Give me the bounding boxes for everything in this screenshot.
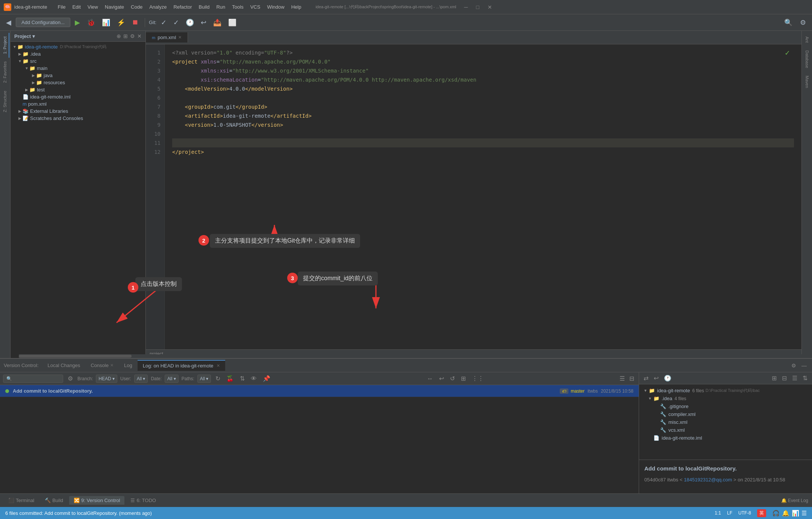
file-compiler-xml[interactable]: 🔧 compiler.xml bbox=[641, 410, 810, 418]
panel-settings-button[interactable]: ⚙ bbox=[130, 33, 135, 39]
file-tree-idea[interactable]: ▼ 📁 .idea 4 files bbox=[641, 395, 810, 402]
paths-filter[interactable]: All ▾ bbox=[197, 375, 211, 383]
filter-button[interactable]: ⊟ bbox=[628, 374, 636, 383]
file-iml[interactable]: 📄 idea-git-remote.iml bbox=[641, 434, 810, 442]
redo-button[interactable]: ↺ bbox=[448, 374, 456, 383]
commit-item-1[interactable]: Add commit to localGitRepository. 🏷 mast… bbox=[0, 385, 639, 397]
maximize-button[interactable]: □ bbox=[474, 3, 481, 11]
event-log-link[interactable]: 🔔 Event Log bbox=[781, 498, 808, 503]
vc-undo-button[interactable]: ↩ bbox=[652, 374, 660, 382]
git-commit-button[interactable]: ✓ bbox=[171, 17, 181, 28]
commit-email-link[interactable]: 1845192312@qq.com bbox=[684, 477, 732, 483]
git-fetch-button[interactable]: ⬜ bbox=[226, 17, 239, 28]
build-tab[interactable]: 🔨 Build bbox=[40, 496, 68, 505]
file-vcs-xml[interactable]: 🔧 vcs.xml bbox=[641, 426, 810, 434]
vc-settings-button[interactable]: ⚙ bbox=[790, 362, 798, 369]
vc-close-button[interactable]: — bbox=[800, 362, 808, 369]
git-update-button[interactable]: ✓ bbox=[159, 17, 169, 28]
right-tab-database[interactable]: Database bbox=[803, 47, 811, 72]
tree-scratches[interactable]: ▶ 📝 Scratches and Consoles bbox=[11, 115, 145, 122]
terminal-tab[interactable]: ⬛ Terminal bbox=[4, 496, 39, 505]
status-lang[interactable]: 英 bbox=[757, 509, 766, 517]
vc-settings-btn[interactable]: ⚙ bbox=[66, 374, 74, 383]
pin-button[interactable]: 📌 bbox=[261, 374, 272, 383]
expand-button[interactable]: ↔ bbox=[426, 375, 435, 383]
git-history-button[interactable]: 🕐 bbox=[183, 17, 196, 28]
sidebar-tab-structure[interactable]: Z: Structure bbox=[1, 87, 9, 116]
menu-window[interactable]: Window bbox=[264, 3, 287, 11]
expand-all-button[interactable]: ⊞ bbox=[123, 33, 128, 39]
refresh-button[interactable]: ↻ bbox=[214, 374, 222, 383]
file-tree-root[interactable]: ▼ 📁 idea-git-remote 6 files D:\Practical… bbox=[641, 387, 810, 395]
back-button[interactable]: ◀ bbox=[4, 17, 14, 28]
tree-external-libs[interactable]: ▶ 📚 External Libraries bbox=[11, 108, 145, 115]
debug-button[interactable]: 🐞 bbox=[85, 17, 97, 28]
file-misc-xml[interactable]: 🔧 misc.xml bbox=[641, 418, 810, 426]
add-configuration-button[interactable]: Add Configuration... bbox=[16, 18, 70, 27]
stop-button[interactable]: ⏹ bbox=[130, 17, 141, 28]
tab-log[interactable]: Log bbox=[119, 360, 138, 370]
file-gitignore[interactable]: 🔧 .gitignore bbox=[641, 402, 810, 410]
vc-clock-button[interactable]: 🕐 bbox=[662, 374, 673, 382]
settings-button[interactable]: ⚙ bbox=[798, 17, 808, 28]
filter-right-button[interactable]: ☰ bbox=[791, 374, 799, 382]
tab-log-head[interactable]: Log: on HEAD in idea-git-remote ✕ bbox=[138, 360, 225, 371]
tree-src-folder[interactable]: ▼ 📁 src bbox=[11, 58, 145, 65]
expand-right-button[interactable]: ⊞ bbox=[770, 374, 778, 382]
minimize-button[interactable]: ─ bbox=[462, 3, 470, 11]
sort-right-button[interactable]: ⇅ bbox=[801, 374, 809, 382]
version-control-tab[interactable]: 🔀 9: Version Control bbox=[69, 496, 124, 505]
menu-run[interactable]: Run bbox=[213, 3, 228, 11]
close-button[interactable]: ✕ bbox=[485, 3, 494, 11]
more-button[interactable]: ⋮⋮ bbox=[470, 374, 485, 383]
menu-file[interactable]: File bbox=[55, 3, 68, 11]
git-rollback-button[interactable]: ↩ bbox=[198, 17, 209, 28]
run-with-coverage-button[interactable]: 📊 bbox=[100, 17, 112, 28]
menu-analyze[interactable]: Analyze bbox=[146, 3, 170, 11]
locate-file-button[interactable]: ⊕ bbox=[117, 33, 121, 39]
right-tab-maven[interactable]: Maven bbox=[803, 72, 811, 92]
run-button[interactable]: ▶ bbox=[73, 17, 82, 28]
todo-tab[interactable]: ☰ 6: TODO bbox=[126, 496, 161, 505]
status-line-ending[interactable]: LF bbox=[727, 510, 732, 516]
right-tab-ant[interactable]: Ant bbox=[803, 33, 811, 47]
undo-button[interactable]: ↩ bbox=[438, 374, 445, 383]
tab-console[interactable]: Console ✕ bbox=[85, 360, 119, 370]
menu-edit[interactable]: Edit bbox=[69, 3, 83, 11]
panel-close-button[interactable]: ✕ bbox=[137, 33, 142, 39]
editor-scrollbar[interactable] bbox=[19, 354, 812, 358]
eye-button[interactable]: 👁 bbox=[249, 375, 258, 383]
code-content[interactable]: <?xml version="1.0" encoding="UTF-8"?> <… bbox=[165, 44, 801, 349]
cherry-pick-button[interactable]: 🍒 bbox=[225, 374, 235, 383]
tree-java-folder[interactable]: ▶ 📁 java bbox=[11, 72, 145, 79]
layout-right-button[interactable]: ⊟ bbox=[780, 374, 788, 382]
menu-refactor[interactable]: Refactor bbox=[170, 3, 195, 11]
menu-navigate[interactable]: Navigate bbox=[102, 3, 127, 11]
tree-test-folder[interactable]: ▶ 📁 test bbox=[11, 86, 145, 93]
console-tab-close[interactable]: ✕ bbox=[110, 363, 114, 368]
branch-filter[interactable]: HEAD ▾ bbox=[96, 375, 117, 383]
git-push-button[interactable]: 📤 bbox=[211, 17, 224, 28]
menu-help[interactable]: Help bbox=[288, 3, 304, 11]
menu-vcs[interactable]: VCS bbox=[247, 3, 264, 11]
vc-search-input[interactable] bbox=[3, 375, 63, 383]
tree-root[interactable]: ▼ 📁 idea-git-remote D:\Practical Trainin… bbox=[11, 43, 145, 50]
tree-main-folder[interactable]: ▼ 📁 main bbox=[11, 65, 145, 72]
tab-local-changes[interactable]: Local Changes bbox=[42, 360, 86, 370]
sidebar-tab-project[interactable]: 1: Project bbox=[1, 33, 9, 58]
sort-button[interactable]: ⇅ bbox=[238, 374, 246, 383]
diff-button[interactable]: ⇄ bbox=[642, 374, 650, 382]
code-editor[interactable]: 1 2 3 4 5 6 7 8 9 10 11 12 <?xml version… bbox=[146, 44, 801, 349]
layout-button[interactable]: ⊞ bbox=[459, 374, 467, 383]
tree-resources-folder[interactable]: ▶ 📁 resources bbox=[11, 79, 145, 86]
profile-button[interactable]: ⚡ bbox=[115, 17, 127, 28]
log-head-close[interactable]: ✕ bbox=[217, 363, 220, 368]
tab-pom-xml[interactable]: m pom.xml ✕ bbox=[146, 32, 188, 42]
tree-iml-file[interactable]: 📄 idea-git-remote.iml bbox=[11, 93, 145, 100]
menu-tools[interactable]: Tools bbox=[229, 3, 246, 11]
menu-code[interactable]: Code bbox=[128, 3, 145, 11]
date-filter[interactable]: All ▾ bbox=[165, 375, 179, 383]
user-filter[interactable]: All ▾ bbox=[134, 375, 148, 383]
sidebar-tab-favorites[interactable]: 2: Favorites bbox=[1, 58, 9, 86]
scrollbar-thumb[interactable] bbox=[19, 355, 132, 358]
